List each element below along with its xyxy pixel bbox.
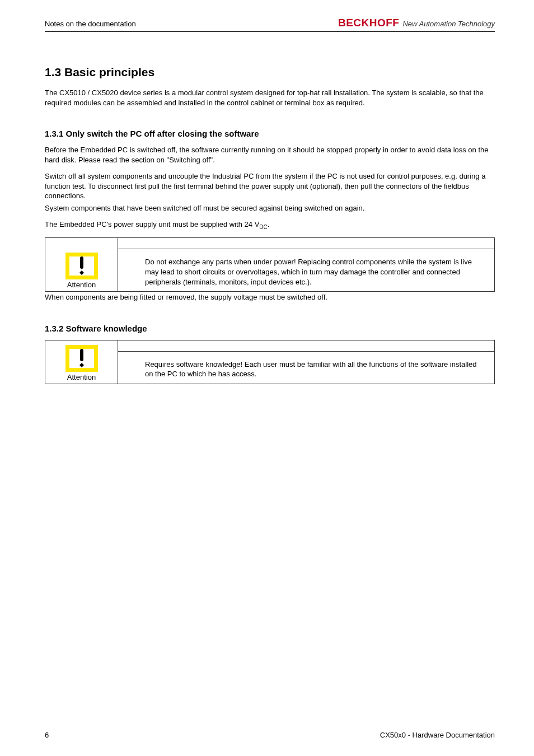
notice-title-bar bbox=[118, 340, 494, 352]
page-footer: 6 CX50x0 - Hardware Documentation bbox=[45, 731, 495, 739]
para-safety-3-pre: The Embedded PC's power supply unit must… bbox=[45, 220, 259, 228]
attention-icon bbox=[65, 253, 98, 279]
notice-body-1: Do not exchange any parts when under pow… bbox=[118, 249, 494, 291]
svg-rect-2 bbox=[80, 349, 83, 361]
notice-label: Attention bbox=[67, 281, 96, 289]
doc-title: CX50x0 - Hardware Documentation bbox=[380, 731, 495, 739]
para-safety-2b: System components that have been switche… bbox=[45, 203, 495, 213]
svg-rect-0 bbox=[80, 256, 83, 269]
svg-marker-3 bbox=[79, 363, 84, 367]
para-safety-3-sub: DC bbox=[259, 224, 267, 230]
page-number: 6 bbox=[45, 731, 49, 739]
header-section: Notes on the documentation bbox=[45, 20, 136, 28]
para-after-notice: When components are being fitted or remo… bbox=[45, 292, 495, 302]
heading-switch-off: 1.3.1 Only switch the PC off after closi… bbox=[45, 129, 495, 138]
brand-logo: BECKHOFF bbox=[338, 17, 400, 29]
svg-marker-1 bbox=[79, 270, 84, 275]
page-header: Notes on the documentation BECKHOFF New … bbox=[45, 17, 495, 32]
notice-left: Attention bbox=[45, 238, 118, 291]
para-safety-1: Before the Embedded PC is switched off, … bbox=[45, 145, 495, 165]
para-basic: The CX5010 / CX5020 device series is a m… bbox=[45, 88, 495, 108]
notice-label: Attention bbox=[67, 373, 96, 381]
notice-attention-2: Attention Requires software knowledge! E… bbox=[45, 340, 495, 384]
brand-tagline: New Automation Technology bbox=[402, 20, 495, 28]
para-safety-2a: Switch off all system components and unc… bbox=[45, 171, 495, 201]
heading-basic-principles: 1.3 Basic principles bbox=[45, 66, 495, 79]
attention-icon bbox=[65, 345, 98, 372]
notice-body-2: Requires software knowledge! Each user m… bbox=[118, 352, 494, 384]
notice-attention-1: Attention Do not exchange any parts when… bbox=[45, 237, 495, 292]
para-safety-3-post: . bbox=[268, 220, 270, 228]
notice-title-bar bbox=[118, 238, 494, 249]
notice-left: Attention bbox=[45, 340, 118, 384]
heading-software-knowledge: 1.3.2 Software knowledge bbox=[45, 324, 495, 333]
para-safety-3: The Embedded PC's power supply unit must… bbox=[45, 220, 495, 231]
